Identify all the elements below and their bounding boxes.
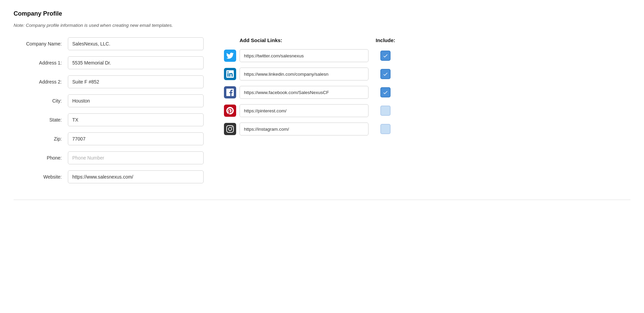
address2-row: Address 2: [14, 75, 204, 88]
pinterest-url-input[interactable] [240, 104, 368, 117]
city-input[interactable] [68, 94, 204, 107]
twitter-row [224, 49, 399, 62]
pinterest-icon [224, 105, 236, 117]
facebook-url-input[interactable] [240, 86, 368, 99]
company-name-input[interactable] [68, 37, 204, 50]
state-row: State: [14, 113, 204, 126]
facebook-include-wrap [372, 87, 399, 97]
company-form: Company Name: Address 1: Address 2: City… [14, 37, 204, 189]
zip-row: Zip: [14, 132, 204, 145]
note-text: Note: Company profile information is use… [14, 23, 630, 28]
phone-input[interactable] [68, 151, 204, 164]
state-label: State: [14, 117, 68, 123]
social-links-section: Add Social Links: Include: [224, 37, 399, 141]
linkedin-row [224, 68, 399, 80]
phone-row: Phone: [14, 151, 204, 164]
instagram-include-wrap [372, 124, 399, 134]
pinterest-include-wrap [372, 106, 399, 116]
address2-input[interactable] [68, 75, 204, 88]
city-row: City: [14, 94, 204, 107]
instagram-icon [224, 123, 236, 135]
linkedin-include-wrap [372, 69, 399, 79]
social-header: Add Social Links: Include: [224, 37, 399, 43]
website-row: Website: [14, 170, 204, 183]
pinterest-row [224, 104, 399, 117]
zip-label: Zip: [14, 136, 68, 142]
facebook-icon [224, 86, 236, 98]
address2-label: Address 2: [14, 79, 68, 85]
facebook-row [224, 86, 399, 99]
address1-input[interactable] [68, 56, 204, 69]
address1-row: Address 1: [14, 56, 204, 69]
linkedin-icon [224, 68, 236, 80]
company-name-label: Company Name: [14, 41, 68, 47]
instagram-row [224, 123, 399, 135]
instagram-url-input[interactable] [240, 123, 368, 135]
linkedin-url-input[interactable] [240, 68, 368, 80]
instagram-checkbox[interactable] [380, 124, 391, 134]
twitter-checkbox[interactable] [380, 51, 391, 61]
company-name-row: Company Name: [14, 37, 204, 50]
page-title: Company Profile [14, 10, 630, 17]
twitter-include-wrap [372, 51, 399, 61]
phone-label: Phone: [14, 155, 68, 161]
zip-input[interactable] [68, 132, 204, 145]
pinterest-checkbox[interactable] [380, 106, 391, 116]
linkedin-checkbox[interactable] [380, 69, 391, 79]
social-section-title: Add Social Links: [224, 37, 372, 43]
website-label: Website: [14, 174, 68, 180]
twitter-url-input[interactable] [240, 49, 368, 62]
include-header-label: Include: [372, 37, 399, 43]
twitter-icon [224, 50, 236, 62]
main-layout: Company Name: Address 1: Address 2: City… [14, 37, 630, 189]
state-input[interactable] [68, 113, 204, 126]
website-input[interactable] [68, 170, 204, 183]
section-divider [14, 200, 630, 200]
city-label: City: [14, 98, 68, 104]
facebook-checkbox[interactable] [380, 87, 391, 97]
address1-label: Address 1: [14, 60, 68, 66]
